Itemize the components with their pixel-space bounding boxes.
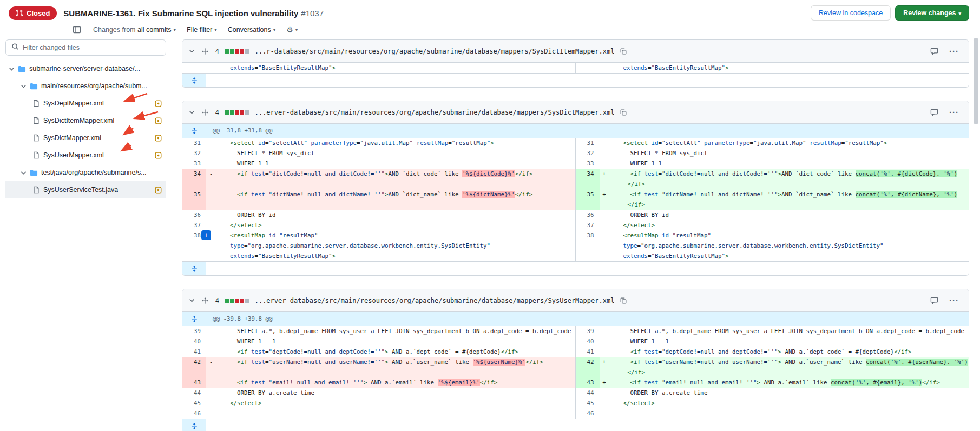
hunk-row: @@ -31,8 +31,8 @@: [182, 124, 969, 138]
line-number[interactable]: 31: [182, 138, 206, 148]
collapse-file-button[interactable]: [188, 108, 196, 116]
vertical-scrollbar[interactable]: [974, 38, 979, 389]
line-number[interactable]: 32: [182, 148, 206, 158]
line-number[interactable]: 46: [576, 408, 600, 419]
line-number[interactable]: 46: [182, 408, 206, 419]
page-title: SUBMARINE-1361. Fix Submarine SQL inject…: [63, 9, 324, 18]
expand-hunk-button[interactable]: [182, 312, 206, 326]
kebab-menu-button[interactable]: ···: [948, 295, 960, 306]
drag-handle-icon[interactable]: [200, 296, 210, 306]
diff-file-card: 4...erver-database/src/main/resources/or…: [182, 101, 969, 276]
tree-item-label: SysDictMapper.xml: [43, 134, 101, 142]
line-number[interactable]: 35: [182, 189, 206, 210]
line-number[interactable]: 34: [182, 169, 206, 189]
changes-from-dropdown[interactable]: Changes from all commits▾: [93, 26, 176, 34]
collapse-file-button[interactable]: [188, 296, 196, 304]
drag-handle-icon[interactable]: [200, 47, 210, 56]
line-number[interactable]: 43: [576, 377, 600, 388]
line-number[interactable]: 42: [576, 357, 600, 377]
tree-item-main-resources-org-apache-subm[interactable]: main/resources/org/apache/subm...: [5, 77, 166, 95]
expand-diff-button[interactable]: [182, 419, 206, 431]
copy-path-button[interactable]: [619, 296, 628, 306]
line-number[interactable]: [182, 63, 206, 73]
copy-path-button[interactable]: [619, 47, 628, 56]
file-modified-icon[interactable]: [155, 135, 162, 142]
file-modified-icon[interactable]: [155, 187, 162, 194]
conversations-dropdown[interactable]: Conversations▾: [228, 26, 275, 34]
line-number[interactable]: 33: [182, 158, 206, 169]
expand-diff-button[interactable]: [182, 74, 206, 87]
diff-marker: [600, 408, 609, 419]
tree-item-sysusermapper-xml[interactable]: SysUserMapper.xml: [5, 147, 166, 164]
review-changes-button[interactable]: Review changes▾: [895, 5, 969, 21]
collapse-file-button[interactable]: [188, 47, 196, 55]
line-number[interactable]: 43: [182, 377, 206, 388]
tree-item-sysuserservicetest-java[interactable]: SysUserServiceTest.java: [5, 181, 166, 198]
line-number[interactable]: 39: [182, 326, 206, 336]
line-number[interactable]: [182, 241, 206, 251]
line-number[interactable]: 37: [182, 220, 206, 230]
line-number[interactable]: 32: [576, 148, 600, 158]
scrollbar-thumb[interactable]: [974, 38, 978, 124]
line-number[interactable]: 36: [576, 210, 600, 220]
expand-hunk-button[interactable]: [182, 124, 206, 138]
line-number[interactable]: 44: [576, 388, 600, 398]
line-number[interactable]: 42: [182, 357, 206, 377]
sidebar-toggle-button[interactable]: [71, 24, 82, 35]
line-number[interactable]: 35: [576, 189, 600, 210]
expand-footer: [182, 419, 969, 431]
tree-item-sysdictmapper-xml[interactable]: SysDictMapper.xml: [5, 129, 166, 147]
line-number[interactable]: 31: [576, 138, 600, 148]
line-number[interactable]: 34: [576, 169, 600, 189]
file-modified-icon[interactable]: [155, 152, 162, 159]
line-number[interactable]: [576, 251, 600, 261]
code-line: <if test="deptCode!=null and deptCode!='…: [206, 347, 575, 357]
file-path: ...erver-database/src/main/resources/org…: [255, 297, 615, 304]
file-modified-icon[interactable]: [155, 117, 162, 124]
tree-item-sysdeptmapper-xml[interactable]: SysDeptMapper.xml: [5, 95, 166, 112]
file-filter-dropdown[interactable]: File filter▾: [187, 26, 217, 34]
kebab-menu-button[interactable]: ···: [948, 45, 960, 57]
line-number[interactable]: 45: [576, 398, 600, 408]
diff-marker: +: [600, 189, 609, 200]
search-icon: [11, 43, 19, 52]
line-number[interactable]: 37: [576, 220, 600, 230]
code-text: type="org.apache.submarine.server.databa…: [609, 242, 884, 249]
tree-item-sysdictitemmapper-xml[interactable]: SysDictItemMapper.xml: [5, 112, 166, 129]
filter-files-input[interactable]: [23, 44, 160, 51]
diff-side-right: 40 WHERE 1 = 1: [576, 336, 969, 347]
code-line: WHERE 1 = 1: [600, 336, 969, 347]
line-number[interactable]: 40: [576, 336, 600, 347]
drag-handle-icon[interactable]: [200, 108, 210, 117]
tree-item-submarine-server-server-database[interactable]: submarine-server/server-database/...: [5, 60, 166, 77]
folder-icon: [18, 65, 26, 73]
review-in-codespace-button[interactable]: Review in codespace: [811, 5, 891, 21]
line-number[interactable]: 45: [182, 398, 206, 408]
add-comment-button[interactable]: +: [201, 230, 211, 240]
line-number[interactable]: 41: [576, 347, 600, 357]
expand-diff-button[interactable]: [182, 262, 206, 275]
copy-path-button[interactable]: [619, 108, 628, 117]
line-number[interactable]: 40: [182, 336, 206, 347]
line-number[interactable]: [182, 251, 206, 261]
line-number[interactable]: [576, 63, 600, 73]
line-number[interactable]: 33: [576, 158, 600, 169]
tree-item-test-java-org-apache-submarine-s[interactable]: test/java/org/apache/submarine/s...: [5, 164, 166, 181]
line-number[interactable]: 36: [182, 210, 206, 220]
comment-icon[interactable]: [929, 46, 939, 56]
kebab-menu-button[interactable]: ···: [948, 107, 960, 118]
line-number[interactable]: 44: [182, 388, 206, 398]
diff-side-right: type="org.apache.submarine.server.databa…: [576, 241, 969, 251]
line-number[interactable]: 38: [576, 230, 600, 241]
comment-icon[interactable]: [929, 107, 939, 117]
line-number[interactable]: 39: [576, 326, 600, 336]
file-modified-icon[interactable]: [155, 100, 162, 107]
line-number[interactable]: [576, 241, 600, 251]
pr-files-changed-page: Closed SUBMARINE-1361. Fix Submarine SQL…: [0, 0, 980, 431]
line-number[interactable]: 41: [182, 347, 206, 357]
code-text: <if test="dictName!=null and dictName!='…: [216, 191, 532, 198]
code-text: WHERE 1=1: [609, 160, 662, 167]
diff-side-left: 31 <select id="selectAll" parameterType=…: [182, 138, 576, 148]
diff-settings-dropdown[interactable]: ⚙▾: [286, 26, 298, 34]
comment-icon[interactable]: [929, 295, 939, 306]
